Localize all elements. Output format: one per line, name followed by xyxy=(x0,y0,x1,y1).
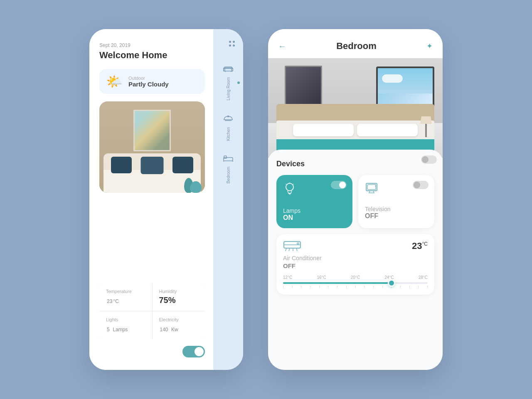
television-card: Television OFF xyxy=(358,175,434,228)
lamps-name: Lamps xyxy=(283,207,346,214)
slider-ticks xyxy=(283,286,428,288)
weather-card: 🌤️ Outdoor Partly Cloudy xyxy=(99,69,205,94)
temperature-value: 23°C xyxy=(106,296,145,305)
temp-mark-28: 28°C xyxy=(419,275,428,280)
ac-icon xyxy=(283,241,301,252)
left-phone: Sept 20, 2019 Welcome Home 🌤️ Outdoor Pa… xyxy=(89,29,243,370)
lights-stat: Lights 5 Lamps xyxy=(99,311,152,339)
back-button[interactable]: ← xyxy=(278,42,286,51)
svg-point-24 xyxy=(375,184,376,185)
temp-mark-12: 12°C xyxy=(283,275,292,280)
television-toggle[interactable] xyxy=(413,181,429,189)
lights-value: 5 Lamps xyxy=(106,324,145,333)
ac-temperature-slider[interactable] xyxy=(283,282,428,284)
lamps-status: ON xyxy=(283,214,346,222)
ac-status: OFF xyxy=(283,262,428,269)
main-power-toggle[interactable] xyxy=(182,346,205,357)
television-name: Television xyxy=(365,206,428,212)
ac-toggle[interactable] xyxy=(421,155,437,164)
ac-card: 23°C Air Conditioner OFF 12°C 16°C 20°C … xyxy=(276,234,434,295)
electricity-label: Electricity xyxy=(159,317,199,322)
lights-label: Lights xyxy=(106,317,145,322)
living-room-label: Living Room xyxy=(226,77,231,101)
ac-top-row: 23°C xyxy=(283,241,428,252)
kitchen-icon xyxy=(223,114,233,122)
kitchen-label: Kitchen xyxy=(226,127,231,141)
svg-line-28 xyxy=(286,248,286,251)
svg-rect-20 xyxy=(367,185,376,190)
settings-icon[interactable]: ✦ xyxy=(426,42,433,51)
bottom-toggle-area xyxy=(99,346,205,357)
temperature-stat: Temperature 23°C xyxy=(99,283,152,311)
sidebar-item-kitchen[interactable]: Kitchen xyxy=(213,107,243,148)
humidity-value: 75% xyxy=(159,296,199,305)
dots-menu[interactable] xyxy=(229,41,235,47)
ac-name: Air Conditioner xyxy=(283,255,428,261)
lamps-toggle[interactable] xyxy=(331,181,347,189)
temp-marks: 12°C 16°C 20°C 24°C 28°C xyxy=(283,275,428,280)
tv-icon xyxy=(365,182,378,194)
svg-point-25 xyxy=(375,186,376,187)
svg-line-17 xyxy=(286,184,287,185)
weather-icon: 🌤️ xyxy=(106,75,123,88)
humidity-label: Humidity xyxy=(159,289,199,294)
ac-temp-display: 23°C xyxy=(412,241,428,251)
right-phone: ← Bedroom ✦ xyxy=(268,29,443,370)
lamps-card: Lamps ON xyxy=(276,175,352,228)
welcome-title: Welcome Home xyxy=(99,50,205,61)
bedroom-label: Bedroom xyxy=(226,167,231,184)
temperature-label: Temperature xyxy=(106,289,145,294)
svg-line-31 xyxy=(296,248,297,251)
svg-line-18 xyxy=(293,184,294,185)
stats-grid: Temperature 23°C Humidity 75% Lights 5 L… xyxy=(99,283,205,339)
ac-right-controls: 23°C xyxy=(412,241,428,251)
weather-label: Outdoor xyxy=(128,76,169,81)
weather-info: Outdoor Partly Cloudy xyxy=(128,76,169,88)
weather-description: Partly Cloudy xyxy=(128,81,169,88)
humidity-stat: Humidity 75% xyxy=(153,283,205,311)
television-status: OFF xyxy=(365,212,428,220)
svg-rect-9 xyxy=(224,158,233,161)
room-sidebar: Living Room Kitchen Bedroom xyxy=(213,29,243,370)
bedroom-header: ← Bedroom ✦ xyxy=(268,29,443,58)
svg-rect-10 xyxy=(224,156,227,158)
electricity-value: 140 Kw xyxy=(159,324,199,333)
temp-mark-20: 20°C xyxy=(351,275,360,280)
svg-point-32 xyxy=(297,243,299,244)
bedroom-image xyxy=(268,58,443,158)
electricity-stat: Electricity 140 Kw xyxy=(153,311,205,339)
bed-icon xyxy=(223,154,233,162)
left-header: Sept 20, 2019 Welcome Home xyxy=(99,42,205,61)
devices-section: Devices Lamps ON xyxy=(268,150,443,370)
date-label: Sept 20, 2019 xyxy=(99,42,205,48)
sofa-icon xyxy=(223,65,233,72)
lamp-icon xyxy=(283,182,296,196)
bedroom-title: Bedroom xyxy=(336,41,377,52)
sidebar-item-living-room[interactable]: Living Room xyxy=(213,58,243,107)
svg-point-13 xyxy=(286,183,293,191)
devices-row: Lamps ON Television O xyxy=(276,175,434,228)
temp-mark-16: 16°C xyxy=(317,275,326,280)
svg-line-29 xyxy=(289,248,290,251)
left-main-content: Sept 20, 2019 Welcome Home 🌤️ Outdoor Pa… xyxy=(89,29,213,370)
living-room-image xyxy=(99,101,205,193)
sidebar-item-bedroom[interactable]: Bedroom xyxy=(213,148,243,190)
devices-title: Devices xyxy=(276,160,434,168)
